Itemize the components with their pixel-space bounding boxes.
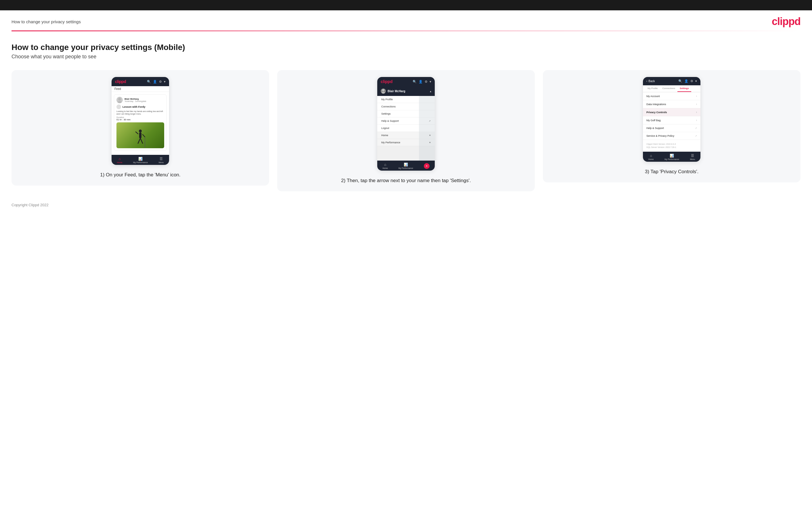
mock2-feed-bg-overlay	[419, 96, 435, 161]
svg-line-5	[140, 138, 143, 143]
mock1-bottombar: ⌂ Home 📊 My Performance ☰ Menu	[111, 155, 169, 165]
mock2-settings-icon: ⚙	[425, 80, 427, 83]
svg-point-10	[382, 92, 385, 94]
mock3-topbar: ‹ Back 🔍 👤 ⚙ ▾	[643, 77, 701, 85]
tab-settings[interactable]: Settings	[677, 85, 691, 92]
mock3-data-integrations-item[interactable]: Data Integrations ›	[643, 100, 701, 108]
mock3-help-external-icon: ↗	[695, 127, 697, 129]
mock3-chevron-left-icon: ‹	[646, 79, 647, 83]
mock1-home-icon: ⌂	[118, 157, 120, 161]
mock1-post-text: Looking to feel like my hands are exitin…	[116, 110, 164, 115]
breadcrumb: How to change your privacy settings	[11, 19, 81, 24]
mock1-post-icon	[116, 105, 121, 109]
page-subtitle: Choose what you want people to see	[11, 54, 801, 60]
svg-rect-3	[139, 132, 142, 138]
mock2-chevron-down-icon: ▾	[429, 80, 431, 83]
steps-container: clippd 🔍 👤 ⚙ ▾ Feed	[11, 70, 801, 191]
svg-point-2	[139, 129, 142, 132]
copyright-text: Copyright Clippd 2022	[11, 203, 49, 207]
mock2-search-icon: 🔍	[413, 80, 417, 83]
mock2-user-icon: 👤	[419, 80, 423, 83]
mock3-golf-bag-arrow-icon: ›	[696, 119, 697, 122]
mock1-post-title: Lesson with Fordy	[116, 105, 164, 109]
mock2-home-icon: ⌂	[384, 163, 386, 167]
mock1-hamburger-icon: ☰	[160, 157, 163, 161]
mock1-menu-nav[interactable]: ☰ Menu	[159, 157, 164, 163]
svg-point-0	[118, 98, 121, 101]
step-2-mockup: clippd 🔍 👤 ⚙ ▾	[377, 77, 435, 171]
mock1-avatar	[116, 97, 123, 103]
step-1-card: clippd 🔍 👤 ⚙ ▾ Feed	[11, 70, 269, 185]
mock3-home-nav: ⌂ Home	[648, 154, 654, 160]
mock3-help-support-item[interactable]: Help & Support ↗	[643, 124, 701, 132]
tab-connections[interactable]: Connections	[660, 85, 677, 92]
mock3-version-info: Clippd Client Version: 2022.8.3-3 GQL Se…	[643, 140, 701, 152]
mock1-feed-tab: Feed	[111, 86, 169, 92]
mock2-performance-nav: 📊 My Performance	[399, 163, 413, 169]
mock3-tabs: My Profile Connections Settings	[643, 85, 701, 92]
tab-my-profile[interactable]: My Profile	[645, 85, 660, 92]
mock2-icons: 🔍 👤 ⚙ ▾	[413, 80, 431, 83]
logo: clippd	[772, 15, 801, 27]
step-1-mockup: clippd 🔍 👤 ⚙ ▾ Feed	[111, 77, 169, 165]
mock3-settings-icon: ⚙	[691, 79, 693, 83]
header: How to change your privacy settings clip…	[0, 10, 812, 31]
mock2-user-arrow-icon[interactable]: ▴	[430, 90, 431, 93]
mock1-search-icon: 🔍	[147, 80, 151, 83]
mock3-back-button[interactable]: ‹ Back	[646, 79, 655, 83]
mock1-chart-icon: 📊	[138, 157, 143, 161]
mock1-post: Blair McHarg Yesterday · Sunningdale Les…	[114, 94, 167, 151]
mock3-chevron-down-icon: ▾	[695, 79, 697, 83]
mock3-my-account-item[interactable]: My Account ›	[643, 92, 701, 100]
mock2-close-icon[interactable]: ✕	[424, 163, 429, 169]
mock3-search-icon: 🔍	[678, 79, 682, 83]
mock1-body: Blair McHarg Yesterday · Sunningdale Les…	[111, 92, 169, 155]
mock3-bottombar: ⌂ Home 📊 My Performance ☰ Menu	[643, 152, 701, 162]
mock3-hamburger-icon: ☰	[691, 154, 694, 158]
svg-line-7	[143, 134, 145, 137]
main-content: How to change your privacy settings (Mob…	[0, 31, 812, 197]
mock1-topbar: clippd 🔍 👤 ⚙ ▾	[111, 77, 169, 86]
mock2-bottombar: ⌂ Home 📊 My Performance ✕	[377, 161, 435, 171]
mock3-golf-bag-item[interactable]: My Golf Bag ›	[643, 116, 701, 124]
mock2-logo: clippd	[381, 79, 393, 84]
mock3-chart-icon: 📊	[670, 154, 674, 158]
svg-point-1	[117, 101, 122, 103]
mock3-icons: 🔍 👤 ⚙ ▾	[678, 79, 697, 83]
mock1-settings-icon: ⚙	[159, 80, 162, 83]
step-3-mockup: ‹ Back 🔍 👤 ⚙ ▾ My Profile Connections Se…	[643, 77, 701, 162]
step-2-caption: 2) Then, tap the arrow next to your name…	[341, 177, 471, 184]
svg-line-4	[138, 138, 140, 143]
mock2-menu-nav[interactable]: ✕	[424, 163, 429, 169]
mock1-user-icon: 👤	[153, 80, 157, 83]
mock2-avatar	[381, 89, 386, 94]
mock2-topbar: clippd 🔍 👤 ⚙ ▾	[377, 77, 435, 86]
mock3-service-privacy-item[interactable]: Service & Privacy Policy ↗	[643, 132, 701, 140]
step-1-caption: 1) On your Feed, tap the 'Menu' icon.	[100, 171, 181, 179]
mock3-user-icon: 👤	[684, 79, 689, 83]
mock3-home-icon: ⌂	[650, 154, 652, 158]
mock3-integrations-arrow-icon: ›	[696, 103, 697, 106]
mock3-privacy-arrow-icon: ›	[696, 111, 697, 114]
mock3-service-external-icon: ↗	[695, 135, 697, 137]
step-3-caption: 3) Tap 'Privacy Controls'.	[645, 168, 699, 175]
mock2-home-nav: ⌂ Home	[383, 163, 388, 169]
mock1-duration: Duration 01 hr : 30 min	[116, 116, 164, 121]
mock1-chevron-down-icon: ▾	[164, 80, 166, 83]
page-title: How to change your privacy settings (Mob…	[11, 43, 801, 52]
mock3-privacy-controls-item[interactable]: Privacy Controls ›	[643, 108, 701, 116]
svg-line-6	[136, 132, 138, 134]
top-bar	[0, 0, 812, 10]
mock1-performance-nav: 📊 My Performance	[133, 157, 148, 163]
mock3-account-arrow-icon: ›	[696, 95, 697, 98]
svg-point-9	[382, 89, 385, 91]
mock3-performance-nav: 📊 My Performance	[664, 154, 679, 160]
mock1-icons: 🔍 👤 ⚙ ▾	[147, 80, 166, 83]
mock2-chart-icon: 📊	[404, 163, 408, 167]
mock1-home-nav: ⌂ Home	[117, 157, 122, 163]
mock3-menu-nav[interactable]: ☰ Menu	[690, 154, 695, 160]
mock2-content-wrap: My Profile Connections Settings Help & S…	[377, 96, 435, 161]
step-2-card: clippd 🔍 👤 ⚙ ▾	[277, 70, 535, 191]
step-3-card: ‹ Back 🔍 👤 ⚙ ▾ My Profile Connections Se…	[543, 70, 801, 182]
mock1-post-header: Blair McHarg Yesterday · Sunningdale	[116, 97, 164, 103]
